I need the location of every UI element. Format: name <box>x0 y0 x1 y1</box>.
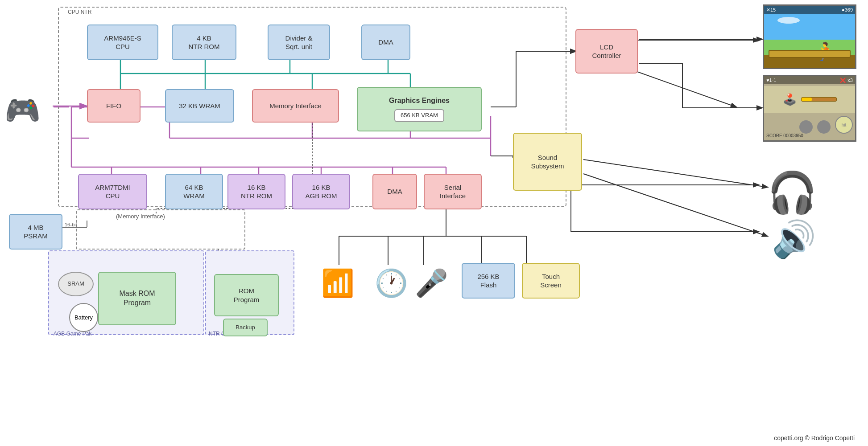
svg-line-67 <box>583 160 767 187</box>
dma-top-box: DMA <box>361 25 410 60</box>
cpu-ntr-label: CPU NTR <box>68 9 91 15</box>
dma-bottom-box: DMA <box>372 174 417 209</box>
psram-4mb-box: 4 MB PSRAM <box>9 214 62 250</box>
fifo-box: FIFO <box>87 89 141 123</box>
wram-32kb-box: 32 KB WRAM <box>165 89 234 123</box>
wifi-icon: 📶 <box>321 267 355 299</box>
agb-rom-16kb-box: 16 KB AGB ROM <box>292 174 350 209</box>
flash-256kb-box: 256 KB Flash <box>462 263 515 299</box>
arm7tdmi-box: ARM7TDMI CPU <box>78 174 147 209</box>
top-game-screen: ✕15 ●369 🏃 <box>763 4 856 69</box>
sound-subsystem-box: Sound Subsystem <box>513 133 582 191</box>
lcd-controller-box: LCD Controller <box>575 29 638 74</box>
top-screen-hud-left: ✕15 <box>766 7 776 13</box>
ntr-rom-16kb-box: 16 KB NTR ROM <box>227 174 285 209</box>
battery-box: Battery <box>69 303 98 332</box>
divider-box: Divider & Sqrt. unit <box>268 25 330 60</box>
copyright-text: copetti.org © Rodrigo Copetti <box>774 434 855 442</box>
touch-screen-box: Touch Screen <box>522 263 580 299</box>
vram-box: 656 KB VRAM <box>394 109 444 122</box>
sram-box: SRAM <box>58 272 94 296</box>
mask-rom-box: Mask ROM Program <box>98 272 176 325</box>
clock-icon: 🕐 <box>375 267 408 299</box>
bottom-game-screen: ♥1-1 ❌ x3 🕹️ SCORE 00003950 hit <box>763 75 856 142</box>
wram-64kb-box: 64 KB WRAM <box>165 174 223 209</box>
diagram-container: CPU NTR 🎮 ARM946E-S CPU 4 KB NTR ROM Div… <box>0 0 868 446</box>
bottom-screen-score: SCORE 00003950 <box>766 133 803 138</box>
memory-interface-box: Memory Interface <box>252 89 339 123</box>
backup-box: Backup <box>223 319 268 336</box>
graphics-engines-box: Graphics Engines 656 KB VRAM <box>357 87 482 131</box>
mic-icon: 🎤 <box>415 267 448 299</box>
bit-16-label: 16-bit <box>65 222 77 227</box>
mem-interface-dashed-label: (Memory Interface) <box>116 213 165 220</box>
ntr-rom-4kb-box: 4 KB NTR ROM <box>172 25 236 60</box>
bottom-screen-hud: ♥1-1 <box>766 78 776 83</box>
speaker-icon: 🔊 <box>772 218 816 260</box>
rom-program-box: ROM Program <box>214 274 279 316</box>
gamepad-icon: 🎮 <box>4 94 41 127</box>
serial-interface-box: Serial Interface <box>424 174 482 209</box>
svg-line-68 <box>583 174 767 236</box>
arm946e-cpu-box: ARM946E-S CPU <box>87 25 158 60</box>
top-screen-hud-right: ●369 <box>842 7 853 12</box>
headphone-icon: 🎧 <box>767 169 817 216</box>
